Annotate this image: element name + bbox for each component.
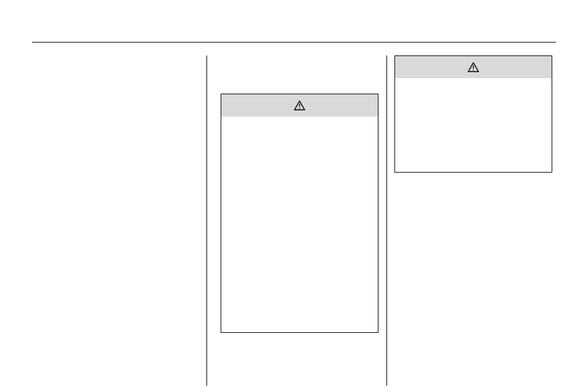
- column-1: [32, 55, 206, 386]
- horizontal-rule: [32, 42, 556, 43]
- callout-body: [395, 78, 552, 172]
- svg-point-1: [299, 108, 300, 109]
- callout-header: [221, 94, 378, 116]
- warning-icon: [294, 100, 305, 110]
- callout-header: [395, 56, 552, 78]
- warning-icon: [468, 62, 479, 72]
- callout-body: [221, 116, 378, 332]
- svg-point-3: [473, 70, 474, 71]
- column-3: [387, 55, 556, 386]
- column-2: [207, 55, 386, 386]
- callout-box: [221, 94, 378, 333]
- three-column-layout: [32, 55, 556, 386]
- callout-box: [394, 55, 552, 173]
